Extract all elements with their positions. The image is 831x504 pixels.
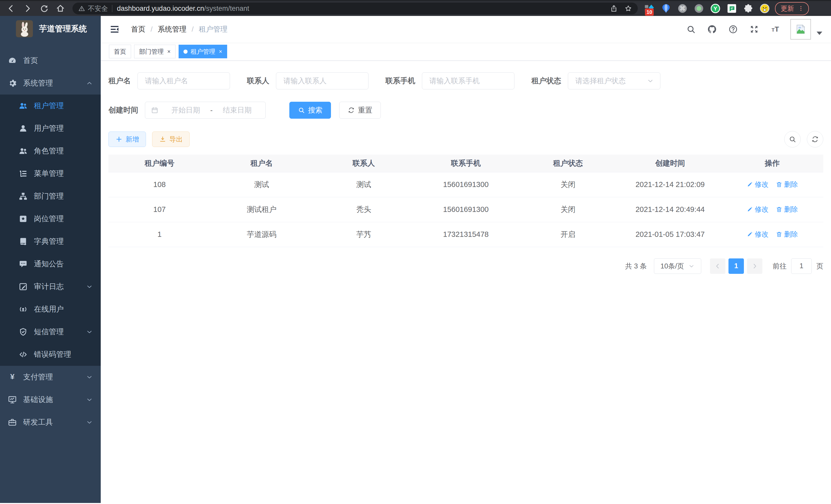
end-date-placeholder[interactable]: 结束日期 [215,105,260,115]
online-user-icon [19,305,28,314]
goto-label: 前往 [773,262,786,271]
not-secure-warning-icon[interactable] [78,5,85,12]
user-avatar-menu[interactable] [791,19,822,39]
page-size-select[interactable]: 10条/页 [654,259,701,274]
font-size-icon[interactable]: TT [770,24,780,34]
sidebar-item-在线用户[interactable]: 在线用户 [0,298,101,321]
sidebar-item-label: 研发工具 [23,417,53,427]
sidebar-item-短信管理[interactable]: 短信管理 [0,321,101,343]
github-icon[interactable] [707,24,717,34]
filter-tenant-name: 租户名 [109,72,230,89]
tag-tab-租户管理[interactable]: 租户管理× [179,45,227,58]
search-button[interactable]: 搜索 [289,102,331,119]
code-icon [19,350,28,359]
profile-avatar-icon[interactable] [760,3,770,13]
close-tab-icon[interactable]: × [167,48,171,55]
date-range-picker[interactable]: 开始日期 - 结束日期 [145,102,266,119]
cell-created: 2021-01-05 17:03:47 [619,222,721,247]
edit-link[interactable]: 修改 [746,205,769,214]
sidebar-item-审计日志[interactable]: 审计日志 [0,275,101,298]
bookmark-star-icon[interactable] [624,5,632,12]
sidebar-item-首页[interactable]: 首页 [0,49,101,72]
sidebar-item-字典管理[interactable]: 字典管理 [0,230,101,253]
breadcrumb-item[interactable]: 首页 [131,24,145,34]
extension-y-icon[interactable]: Y [710,3,720,13]
top-navbar: 首页/系统管理/租户管理 TT [101,16,831,42]
breadcrumb-item[interactable]: 系统管理 [158,24,187,34]
delete-link[interactable]: 删除 [776,205,798,214]
sidebar-item-错误码管理[interactable]: 错误码管理 [0,343,101,366]
add-button[interactable]: 新增 [109,131,146,147]
page-number-1[interactable]: 1 [728,259,744,274]
sidebar-item-部门管理[interactable]: 部门管理 [0,185,101,208]
next-page-button[interactable] [747,259,763,274]
sidebar-item-label: 基础设施 [23,394,53,405]
sidebar-item-租户管理[interactable]: 租户管理 [0,94,101,117]
sidebar-item-系统管理[interactable]: 系统管理 [0,72,101,94]
reset-button[interactable]: 重置 [339,102,381,119]
table-toolbar: 新增 导出 [109,131,823,147]
sidebar-item-岗位管理[interactable]: 岗位管理 [0,208,101,230]
badge-icon [19,214,28,224]
header-search-icon[interactable] [686,24,696,34]
sidebar-item-研发工具[interactable]: 研发工具 [0,411,101,434]
goto-page-input[interactable] [791,259,812,274]
forward-icon[interactable] [23,4,32,13]
tag-tab-部门管理[interactable]: 部门管理× [134,45,175,58]
calendar-icon [151,106,159,114]
sidebar-item-支付管理[interactable]: ¥支付管理 [0,366,101,388]
back-icon[interactable] [7,4,16,13]
delete-link[interactable]: 删除 [776,230,798,239]
status-select[interactable]: 请选择租户状态 [568,72,660,89]
search-icon [298,107,305,114]
extensions-puzzle-icon[interactable] [743,3,753,13]
chevron-down-icon [86,396,93,403]
sidebar-item-菜单管理[interactable]: 菜单管理 [0,162,101,185]
edit-link[interactable]: 修改 [746,230,769,239]
sidebar-item-用户管理[interactable]: 用户管理 [0,117,101,140]
extension-balloon-icon[interactable] [661,3,671,13]
sidebar-item-基础设施[interactable]: 基础设施 [0,388,101,411]
start-date-placeholder[interactable]: 开始日期 [163,105,208,115]
delete-link[interactable]: 删除 [776,180,798,189]
extension-diamond-icon[interactable]: 10 [644,3,655,13]
cell-name: 芋道源码 [210,222,312,247]
show-search-button[interactable] [784,131,801,147]
logo-row[interactable]: 芋道管理系统 [0,16,101,41]
home-icon[interactable] [56,4,65,13]
mobile-input[interactable] [422,72,514,89]
avatar[interactable] [791,19,811,39]
browser-update-button[interactable]: 更新 [775,2,809,15]
close-tab-icon[interactable]: × [219,48,222,55]
address-bar[interactable]: 不安全 dashboard.yudao.iocoder.cn/system/te… [73,3,638,14]
url-text[interactable]: dashboard.yudao.iocoder.cn/system/tenant [117,5,610,12]
kebab-menu-icon[interactable] [798,5,804,12]
reload-icon[interactable] [39,4,48,13]
edit-link[interactable]: 修改 [746,180,769,189]
fullscreen-icon[interactable] [749,24,759,34]
sidebar-toggle-icon[interactable] [110,24,120,34]
refresh-table-button[interactable] [807,131,823,147]
extension-record-icon[interactable] [694,3,704,13]
sidebar-item-角色管理[interactable]: 角色管理 [0,140,101,162]
help-icon[interactable] [728,24,738,34]
sidebar-item-通知公告[interactable]: 通知公告 [0,253,101,275]
security-label[interactable]: 不安全 [88,4,108,13]
table-header-row: 租户编号租户名联系人联系手机租户状态创建时间操作 [109,155,823,172]
extension-command-icon[interactable]: ⌘ [677,3,688,13]
sidebar: 芋道管理系统 首页系统管理租户管理用户管理角色管理菜单管理部门管理岗位管理字典管… [0,16,101,503]
export-button[interactable]: 导出 [152,131,190,147]
extension-chat-icon[interactable] [727,3,737,13]
sidebar-item-label: 错误码管理 [34,349,71,360]
tenant-name-input[interactable] [138,72,230,89]
cell-created: 2021-12-14 21:02:09 [619,172,721,197]
contact-input[interactable] [276,72,369,89]
share-icon[interactable] [610,5,618,12]
chevron-down-icon [647,77,654,85]
chevron-right-icon [751,263,758,269]
avatar-caret-icon[interactable] [816,32,822,35]
tag-tab-首页[interactable]: 首页 [109,45,131,58]
prev-page-button[interactable] [710,259,725,274]
sidebar-item-label: 短信管理 [34,327,64,337]
cell-name: 测试 [210,172,312,197]
